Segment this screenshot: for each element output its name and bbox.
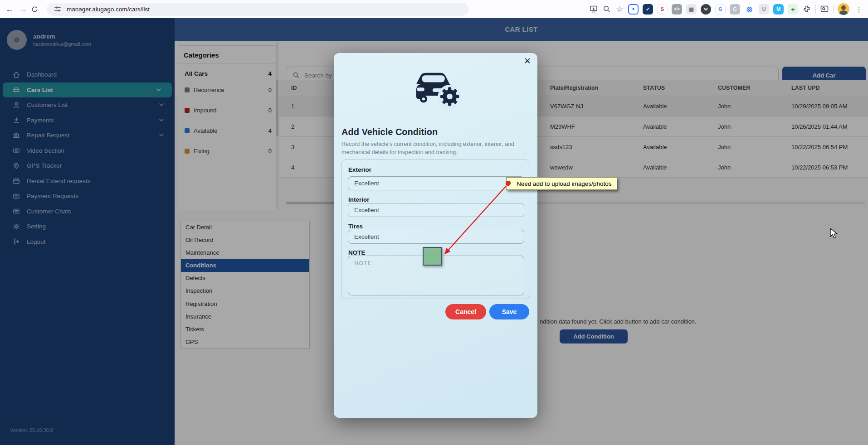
toolbar-divider: [815, 5, 816, 14]
extension-icon[interactable]: S: [657, 4, 668, 15]
car-gear-icon: [407, 67, 464, 110]
extension-icon[interactable]: U: [759, 4, 769, 15]
extension-icon[interactable]: W: [701, 4, 711, 15]
browser-profile-avatar[interactable]: [838, 3, 849, 15]
add-vehicle-condition-modal: ✕ Add Vehicle Condition Record the vehic…: [334, 53, 537, 418]
exterior-label: Exterior: [348, 166, 371, 173]
tires-input[interactable]: [348, 230, 524, 244]
modal-title: Add Vehicle Condition: [341, 127, 438, 137]
extension-icon[interactable]: ✓: [643, 4, 653, 15]
extension-icon[interactable]: C: [730, 4, 740, 15]
tune-icon: [53, 5, 62, 14]
extension-icon[interactable]: M: [773, 4, 784, 15]
annotation-highlight-box: [423, 247, 442, 266]
modal-description: Record the vehicle's current condition, …: [341, 140, 525, 156]
extensions-puzzle-icon[interactable]: [802, 5, 811, 14]
extension-icon[interactable]: G: [715, 4, 726, 15]
bookmark-star-icon[interactable]: ☆: [616, 5, 623, 14]
note-label: NOTE: [348, 249, 366, 256]
exterior-input[interactable]: [348, 176, 524, 190]
zoom-icon[interactable]: [602, 5, 611, 14]
extension-icon[interactable]: •: [628, 4, 639, 15]
forward-icon[interactable]: →: [16, 5, 30, 14]
browser-toolbar: ← → manager.alugago.com/cars/list ☆ • ✓ …: [0, 0, 868, 18]
extension-icon[interactable]: </>: [672, 4, 682, 15]
close-icon[interactable]: ✕: [524, 56, 531, 66]
cancel-button[interactable]: Cancel: [445, 304, 486, 319]
interior-label: Interior: [348, 196, 370, 203]
extension-icon[interactable]: +: [788, 4, 798, 15]
save-button[interactable]: Save: [489, 304, 529, 319]
extension-icon[interactable]: ▤: [686, 4, 697, 15]
reload-icon[interactable]: [31, 5, 39, 13]
url-text: manager.alugago.com/cars/list: [67, 6, 150, 13]
extension-icon[interactable]: ◎: [744, 4, 755, 15]
url-bar[interactable]: manager.alugago.com/cars/list: [47, 3, 468, 16]
tires-label: Tires: [348, 223, 363, 230]
back-icon[interactable]: ←: [3, 5, 16, 14]
toolbar-divider: [833, 5, 834, 14]
annotation-tooltip-text: Need add to upload images/photos: [517, 180, 611, 187]
browser-menu-icon[interactable]: ⋮: [853, 5, 864, 14]
condition-form: Exterior Interior Tires NOTE: [341, 160, 530, 299]
interior-input[interactable]: [348, 203, 524, 217]
install-icon[interactable]: [589, 5, 598, 14]
annotation-tooltip: Need add to upload images/photos: [506, 177, 617, 190]
annotation-anchor-dot: [506, 181, 511, 186]
side-panel-icon[interactable]: [820, 5, 829, 14]
